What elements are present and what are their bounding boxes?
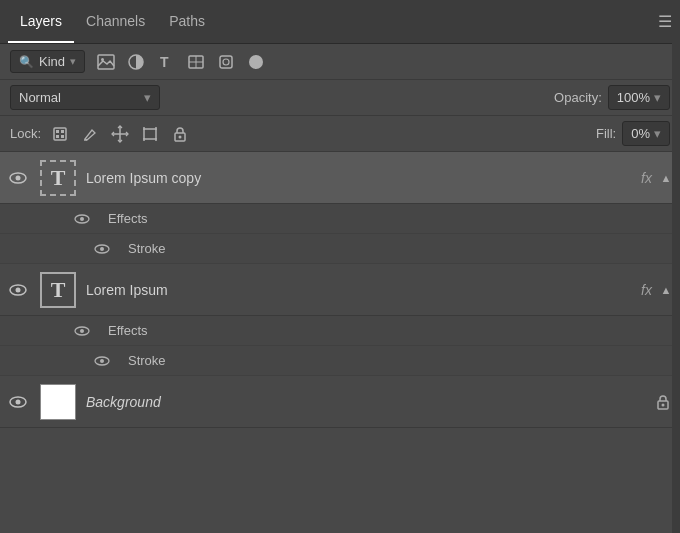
svg-point-38 — [16, 399, 21, 404]
svg-rect-18 — [144, 129, 156, 139]
opacity-chevron-icon: ▾ — [654, 90, 661, 105]
svg-rect-12 — [61, 130, 64, 133]
fill-dropdown[interactable]: 0% ▾ — [622, 121, 670, 146]
tab-paths[interactable]: Paths — [157, 0, 217, 43]
layer-item-lorem[interactable]: T Lorem Ipsum fx ▲ — [0, 264, 680, 316]
fill-group: Fill: 0% ▾ — [596, 121, 670, 146]
layer-thumb-lorem: T — [40, 272, 76, 308]
filter-image-icon[interactable] — [95, 51, 117, 73]
blend-chevron-icon: ▾ — [144, 90, 151, 105]
svg-point-28 — [80, 217, 84, 221]
sublayer-name-stroke-1: Stroke — [128, 241, 166, 256]
opacity-label: Opacity: — [554, 90, 602, 105]
svg-rect-7 — [220, 56, 232, 68]
filter-kind-dropdown[interactable]: 🔍 Kind ▾ — [10, 50, 85, 73]
sublayer-name-effects-2: Effects — [108, 323, 148, 338]
lock-label: Lock: — [10, 126, 41, 141]
tab-layers[interactable]: Layers — [8, 0, 74, 43]
sublayer-visibility-stroke-2[interactable] — [90, 349, 114, 373]
filter-shape-icon[interactable] — [185, 51, 207, 73]
layer-thumb-background — [40, 384, 76, 420]
layers-panel: 🔍 Kind ▾ — [0, 44, 680, 533]
layer-name-lorem-copy: Lorem Ipsum copy — [86, 170, 641, 186]
layer-fx-lorem-copy: fx — [641, 170, 652, 186]
lock-all-icon[interactable] — [169, 123, 191, 145]
layer-visibility-background[interactable] — [6, 390, 30, 414]
layer-fx-lorem: fx — [641, 282, 652, 298]
filter-pixel-icon[interactable] — [245, 51, 267, 73]
sublayer-visibility-effects-2[interactable] — [70, 319, 94, 343]
sublayer-visibility-effects-1[interactable] — [70, 207, 94, 231]
panel-menu-icon[interactable]: ☰ — [658, 12, 672, 31]
layer-item-background[interactable]: Background — [0, 376, 680, 428]
sub-layer-effects-2: Effects — [0, 316, 680, 346]
filter-smartobj-icon[interactable] — [215, 51, 237, 73]
opacity-dropdown[interactable]: 100% ▾ — [608, 85, 670, 110]
svg-point-40 — [662, 404, 665, 407]
fill-chevron-icon: ▾ — [654, 126, 661, 141]
layer-thumb-lorem-copy: T — [40, 160, 76, 196]
fill-value: 0% — [631, 126, 650, 141]
filter-kind-label: Kind — [39, 54, 65, 69]
svg-point-36 — [100, 359, 104, 363]
filter-adjustment-icon[interactable] — [125, 51, 147, 73]
filter-chevron-icon: ▾ — [70, 55, 76, 68]
svg-point-30 — [100, 247, 104, 251]
filter-text-icon[interactable]: T — [155, 51, 177, 73]
scrollbar-area — [672, 0, 680, 533]
svg-point-8 — [223, 59, 229, 65]
svg-point-34 — [80, 329, 84, 333]
layer-visibility-lorem[interactable] — [6, 278, 30, 302]
sublayer-name-effects-1: Effects — [108, 211, 148, 226]
layer-visibility-lorem-copy[interactable] — [6, 166, 30, 190]
sublayer-visibility-stroke-1[interactable] — [90, 237, 114, 261]
layer-item-lorem-copy[interactable]: T Lorem Ipsum copy fx ▲ — [0, 152, 680, 204]
blend-row: Normal ▾ Opacity: 100% ▾ — [0, 80, 680, 116]
lock-paint-icon[interactable] — [79, 123, 101, 145]
sub-layer-stroke-1: Stroke — [0, 234, 680, 264]
lock-artboard-icon[interactable] — [139, 123, 161, 145]
tabs-bar: Layers Channels Paths ☰ — [0, 0, 680, 44]
layer-lock-background — [656, 393, 670, 410]
tab-channels[interactable]: Channels — [74, 0, 157, 43]
lock-move-icon[interactable] — [109, 123, 131, 145]
layers-list: T Lorem Ipsum copy fx ▲ Effects — [0, 152, 680, 533]
search-icon: 🔍 — [19, 55, 34, 69]
sub-layer-stroke-2: Stroke — [0, 346, 680, 376]
fill-label: Fill: — [596, 126, 616, 141]
blend-mode-dropdown[interactable]: Normal ▾ — [10, 85, 160, 110]
filter-icons: T — [95, 51, 267, 73]
svg-point-32 — [16, 287, 21, 292]
svg-rect-14 — [61, 135, 64, 138]
opacity-value: 100% — [617, 90, 650, 105]
svg-point-24 — [179, 135, 182, 138]
svg-point-9 — [249, 55, 263, 69]
svg-point-26 — [16, 175, 21, 180]
lock-pixels-icon[interactable] — [49, 123, 71, 145]
svg-rect-13 — [56, 135, 59, 138]
lock-row: Lock: — [0, 116, 680, 152]
svg-rect-11 — [56, 130, 59, 133]
sub-layer-effects-1: Effects — [0, 204, 680, 234]
blend-mode-label: Normal — [19, 90, 61, 105]
sublayer-name-stroke-2: Stroke — [128, 353, 166, 368]
layer-name-background: Background — [86, 394, 656, 410]
layer-name-lorem: Lorem Ipsum — [86, 282, 641, 298]
svg-rect-10 — [54, 128, 66, 140]
lock-icons — [49, 123, 191, 145]
opacity-group: Opacity: 100% ▾ — [554, 85, 670, 110]
filter-row: 🔍 Kind ▾ — [0, 44, 680, 80]
svg-text:T: T — [160, 54, 169, 70]
